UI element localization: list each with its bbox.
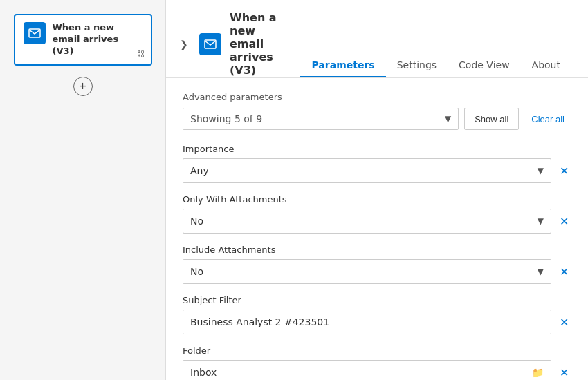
importance-row: Any ▼ ✕ xyxy=(183,158,571,183)
only-with-attachments-remove-button[interactable]: ✕ xyxy=(557,212,571,231)
importance-label: Importance xyxy=(183,144,571,154)
folder-group: Folder Inbox 📁 ✕ xyxy=(183,345,571,380)
include-attachments-remove-button[interactable]: ✕ xyxy=(557,263,571,281)
panel-title: When a new email arrives (V3) xyxy=(230,11,292,77)
only-with-attachments-label: Only With Attachments xyxy=(183,194,571,205)
include-attachments-label: Include Attachments xyxy=(183,245,571,255)
subject-filter-row: Business Analyst 2 #423501 ✕ xyxy=(183,310,571,334)
importance-dropdown[interactable]: Any ▼ xyxy=(183,158,551,183)
chevron-down-icon: ▼ xyxy=(445,114,451,124)
importance-group: Importance Any ▼ ✕ xyxy=(183,144,571,183)
header-icon xyxy=(199,33,221,55)
sidebar: When a new email arrives (V3) ⛓ + xyxy=(0,0,166,380)
folder-remove-button[interactable]: ✕ xyxy=(557,363,571,381)
folder-browse-icon: 📁 xyxy=(532,367,544,378)
trigger-card[interactable]: When a new email arrives (V3) ⛓ xyxy=(14,14,152,66)
include-attachments-value: No xyxy=(190,266,203,277)
expand-button[interactable]: ❯ xyxy=(177,36,191,53)
chevron-down-icon: ▼ xyxy=(538,267,544,276)
chevron-right-icon: ❯ xyxy=(180,39,188,50)
svg-rect-0 xyxy=(29,29,40,37)
importance-value: Any xyxy=(190,165,209,176)
tab-parameters[interactable]: Parameters xyxy=(300,54,385,77)
add-step-button[interactable]: + xyxy=(73,77,93,96)
panel-header: ❯ When a new email arrives (V3) Paramete… xyxy=(166,0,588,77)
subject-filter-value: Business Analyst 2 #423501 xyxy=(190,316,329,327)
folder-value: Inbox xyxy=(190,367,217,378)
tab-bar: Parameters Settings Code View About xyxy=(300,54,571,77)
folder-label: Folder xyxy=(183,345,571,356)
chevron-down-icon: ▼ xyxy=(538,166,544,175)
subject-filter-remove-button[interactable]: ✕ xyxy=(557,313,571,332)
subject-filter-group: Subject Filter Business Analyst 2 #42350… xyxy=(183,295,571,334)
include-attachments-row: No ▼ ✕ xyxy=(183,259,571,284)
clear-all-button[interactable]: Clear all xyxy=(524,108,571,130)
trigger-label: When a new email arrives (V3) xyxy=(53,22,143,57)
only-with-attachments-group: Only With Attachments No ▼ ✕ xyxy=(183,194,571,234)
folder-input[interactable]: Inbox 📁 xyxy=(183,360,551,380)
only-with-attachments-dropdown[interactable]: No ▼ xyxy=(183,209,551,234)
include-attachments-dropdown[interactable]: No ▼ xyxy=(183,259,551,284)
folder-row: Inbox 📁 ✕ xyxy=(183,360,571,380)
advanced-params-row: Showing 5 of 9 ▼ Show all Clear all xyxy=(183,108,571,130)
subject-filter-label: Subject Filter xyxy=(183,295,571,305)
showing-dropdown[interactable]: Showing 5 of 9 ▼ xyxy=(183,108,459,130)
link-icon: ⛓ xyxy=(137,49,145,59)
panel-content: Advanced parameters Showing 5 of 9 ▼ Sho… xyxy=(166,78,588,380)
show-all-button[interactable]: Show all xyxy=(464,108,519,130)
tab-codeview[interactable]: Code View xyxy=(448,54,521,77)
importance-remove-button[interactable]: ✕ xyxy=(557,162,571,180)
main-panel: ❯ When a new email arrives (V3) Paramete… xyxy=(166,0,588,380)
subject-filter-input[interactable]: Business Analyst 2 #423501 xyxy=(183,310,551,334)
chevron-down-icon: ▼ xyxy=(538,216,544,226)
only-with-attachments-value: No xyxy=(190,216,203,227)
advanced-params-label: Advanced parameters xyxy=(183,92,571,102)
tab-settings[interactable]: Settings xyxy=(386,54,448,77)
include-attachments-group: Include Attachments No ▼ ✕ xyxy=(183,245,571,284)
svg-rect-1 xyxy=(205,40,216,48)
email-trigger-icon xyxy=(24,22,46,44)
only-with-attachments-row: No ▼ ✕ xyxy=(183,209,571,234)
showing-text: Showing 5 of 9 xyxy=(190,113,262,124)
tab-about[interactable]: About xyxy=(521,54,571,77)
